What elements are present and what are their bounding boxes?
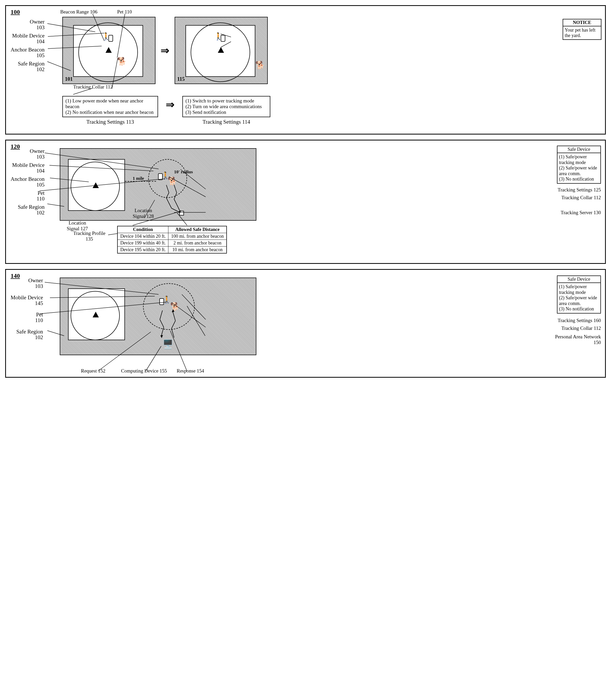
table-row: Device 199 within 40 ft.2 mi. from ancho… — [117, 240, 227, 247]
tracking-settings-113: (1) Low power mode when near anchor beac… — [62, 96, 158, 125]
response-label: Response 154 — [177, 368, 204, 374]
table-row: Device 104 within 20 ft.100 mi. from anc… — [117, 233, 227, 240]
pan-label: Personal Area Network150 — [555, 334, 601, 345]
location-signal-127: LocationSignal 127 — [67, 220, 88, 232]
signal-lines — [159, 182, 195, 216]
request-label: Request 152 — [81, 368, 105, 374]
label-owner-120: Owner103 — [30, 148, 44, 160]
mobile-device-icon — [108, 35, 113, 42]
tracking-server-130-label: Tracking Server 130 — [561, 210, 601, 215]
safe-device-box-140: Safe Device (1) Safe/power tracking mode… — [557, 275, 601, 314]
anchor-beacon-icon-120 — [93, 182, 99, 188]
one-mile-line — [125, 181, 156, 182]
label-mobile-device-120: Mobile Device104 — [12, 162, 44, 174]
panel-id-100: 100 — [11, 9, 20, 16]
label-safe-region: Safe Region102 — [18, 61, 44, 72]
tracking-collar-112-label: Tracking Collar 112 — [561, 195, 601, 200]
scene-115: 🚶 🐕 115 — [175, 17, 268, 84]
panel-140: 140 Owner103 Mobile Device145 Pet110 Saf… — [5, 269, 606, 378]
label-anchor-beacon: Anchor Beacon105 — [11, 47, 44, 58]
one-mile-text: 1 mile — [133, 176, 144, 181]
tracking-profile-label: Tracking Profile135 — [73, 230, 105, 242]
label-pet-120: Pet110 — [36, 190, 44, 202]
label-mobile-device-140: Mobile Device145 — [11, 295, 43, 306]
label-mobile-device: Mobile Device104 — [12, 33, 44, 44]
scene-tag-101: 101 — [65, 76, 73, 82]
svg-line-19 — [108, 234, 117, 235]
anchor-beacon-icon-140 — [93, 312, 99, 317]
label-beacon-range: Beacon Range 106 — [60, 9, 98, 15]
anchor-beacon-icon-2 — [218, 47, 224, 53]
mobile-device-icon-120 — [158, 173, 163, 180]
scene-140: 🚶 🐕 🖥️ — [60, 278, 256, 355]
tracking-settings-125: Tracking Settings 125 — [558, 187, 601, 193]
svg-marker-23 — [160, 335, 163, 338]
radius-text: 10' radius — [174, 169, 193, 175]
pet-icon: 🐕 — [117, 57, 127, 65]
label-pet-top: Pet 110 — [117, 9, 132, 15]
panel-120: 120 Owner103 Mobile Device104 Anchor Bea… — [5, 140, 606, 264]
label-owner: Owner103 — [30, 19, 44, 30]
req-resp-lines — [157, 309, 188, 343]
safe-device-box-120: Safe Device (1) Safe/power tracking mode… — [557, 146, 601, 184]
label-safe-region-120: Safe Region102 — [18, 204, 44, 215]
scene-tag-115: 115 — [177, 76, 185, 82]
panel-100: 100 Beacon Range 106 Pet 110 Owner103 Mo… — [5, 5, 606, 135]
anchor-beacon-icon — [106, 47, 112, 53]
table-row: Device 195 within 20 ft.10 mi. from anch… — [117, 247, 227, 254]
scene-101: 🚶 🐕 101 — [62, 17, 155, 84]
mobile-device-icon-140 — [159, 298, 164, 305]
tracking-settings-114: (1) Switch to power tracking mode (2) Tu… — [182, 96, 270, 125]
notice-body: Your pet has left the yard. — [563, 26, 601, 39]
tracking-collar-112-label-140: Tracking Collar 112 — [561, 325, 601, 331]
scene-120: 🚶 🐕 1 mile 10' radius — [60, 148, 256, 221]
arrow-icon-2: ⇒ — [166, 99, 175, 111]
arrow-icon: ⇒ — [161, 44, 169, 57]
notice-popup: NOTICE Your pet has left the yard. — [563, 19, 601, 40]
tracking-profile-table: ConditionAllowed Safe Distance Device 10… — [117, 226, 227, 254]
label-anchor-beacon-120: Anchor Beacon105 — [11, 176, 44, 188]
pet-icon-outside: 🐕 — [255, 61, 265, 69]
notice-title: NOTICE — [563, 19, 601, 26]
tracking-collar-label: Tracking Collar 112 — [73, 84, 113, 90]
label-safe-region-140: Safe Region102 — [16, 329, 43, 340]
svg-marker-24 — [172, 309, 174, 312]
computing-device-label: Computing Device 155 — [121, 368, 167, 374]
mobile-device-icon-2 — [221, 35, 225, 42]
label-pet-140: Pet110 — [35, 312, 43, 323]
location-signal-128: LocationSignal 128 — [133, 208, 154, 219]
tracking-settings-160: Tracking Settings 160 — [558, 318, 601, 323]
label-owner-140: Owner103 — [28, 278, 43, 289]
